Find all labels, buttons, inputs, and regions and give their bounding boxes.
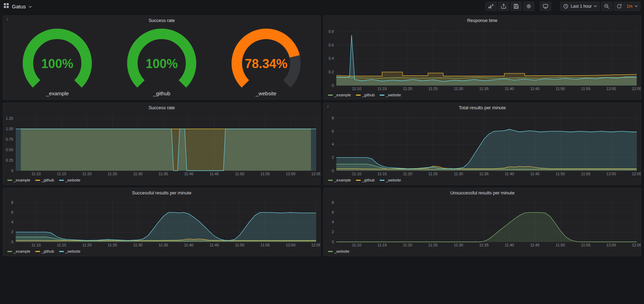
navbar: Gatus	[0, 0, 644, 13]
panel-title[interactable]: Successful results per minute	[132, 190, 191, 195]
svg-text:11:55: 11:55	[581, 172, 591, 176]
panel-info-icon[interactable]: i	[326, 104, 330, 109]
svg-text:11:45: 11:45	[210, 243, 219, 247]
add-panel-button[interactable]	[485, 2, 497, 11]
button-divider	[624, 3, 624, 9]
svg-text:2: 2	[11, 230, 13, 234]
svg-text:11:40: 11:40	[505, 87, 514, 91]
svg-text:6: 6	[332, 210, 334, 214]
svg-text:11:10: 11:10	[31, 172, 41, 176]
response-time-chart[interactable]: 11:1011:1511:2011:2511:3011:3511:4011:45…	[324, 25, 641, 92]
zoom-out-button[interactable]	[601, 2, 612, 11]
cycle-view-mode-button[interactable]	[540, 2, 551, 11]
legend-item-_website[interactable]: _website	[328, 249, 349, 253]
svg-text:100%: 100%	[146, 57, 178, 71]
refresh-interval-label[interactable]: 1m	[627, 4, 632, 9]
time-range-picker-button[interactable]: Last 1 hour	[560, 2, 600, 11]
svg-text:8: 8	[11, 200, 13, 205]
legend-item-_website[interactable]: _website	[59, 178, 80, 182]
legend-item-_github[interactable]: _github	[356, 93, 375, 97]
dashboard-title[interactable]: Gatus	[12, 3, 26, 9]
svg-text:0.25: 0.25	[6, 158, 13, 162]
svg-text:11:50: 11:50	[235, 243, 244, 247]
gauges-container: 100%_example100%_github78.34%_website	[3, 25, 320, 99]
panel-successful-results-per-minute: Successful results per minute 11:1011:15…	[3, 188, 321, 256]
svg-text:0.50: 0.50	[6, 148, 13, 152]
refresh-button[interactable]: 1m	[614, 2, 641, 11]
svg-text:11:10: 11:10	[352, 87, 361, 91]
legend-item-_website[interactable]: _website	[380, 93, 401, 97]
legend-label: _website	[386, 93, 401, 97]
panel-title[interactable]: Unsuccessful results per minute	[450, 190, 514, 195]
save-icon	[513, 3, 519, 9]
svg-text:11:20: 11:20	[82, 243, 92, 247]
legend-swatch-icon	[380, 180, 385, 181]
dashboard-grid: i Success rate 100%_example100%_github78…	[0, 13, 644, 259]
panel-title[interactable]: Response time	[467, 18, 498, 23]
panel-success-rate-timeseries: Success rate 11:1011:1511:2011:2511:3011…	[3, 103, 321, 185]
dashboard-settings-button[interactable]	[523, 2, 534, 11]
svg-text:11:55: 11:55	[261, 243, 270, 247]
legend-label: _website	[334, 249, 349, 253]
svg-text:11:45: 11:45	[530, 172, 540, 176]
svg-text:8: 8	[332, 116, 334, 120]
share-dashboard-button[interactable]	[498, 2, 509, 11]
legend-swatch-icon	[7, 180, 12, 181]
svg-text:6: 6	[332, 129, 334, 133]
svg-text:11:50: 11:50	[556, 172, 565, 176]
svg-text:100%: 100%	[41, 57, 73, 71]
grafana-grid-logo-icon[interactable]	[3, 3, 9, 10]
svg-text:11:55: 11:55	[261, 172, 270, 176]
svg-text:11:15: 11:15	[378, 243, 387, 247]
svg-text:12:00: 12:00	[606, 243, 616, 247]
add-panel-icon	[488, 3, 494, 9]
legend-swatch-icon	[59, 251, 64, 252]
legend-item-_example[interactable]: _example	[328, 178, 351, 182]
svg-text:11:10: 11:10	[352, 172, 361, 176]
svg-text:2: 2	[332, 230, 334, 234]
chart-legend: _website	[324, 248, 641, 256]
legend-item-_github[interactable]: _github	[35, 249, 54, 253]
svg-text:11:10: 11:10	[31, 243, 41, 247]
legend-label: _website	[386, 178, 401, 182]
unsuccessful-results-chart[interactable]: 11:1011:1511:2011:2511:3011:3511:4011:45…	[324, 197, 641, 248]
panel-info-icon[interactable]: i	[5, 17, 9, 21]
successful-results-chart[interactable]: 11:1011:1511:2011:2511:3011:3511:4011:45…	[3, 197, 320, 248]
legend-item-_example[interactable]: _example	[328, 93, 351, 97]
legend-label: _example	[14, 249, 30, 253]
success-rate-chart[interactable]: 11:1011:1511:2011:2511:3011:3511:4011:45…	[3, 112, 320, 177]
svg-text:0: 0	[332, 240, 334, 244]
svg-text:11:35: 11:35	[159, 172, 168, 176]
legend-item-_website[interactable]: _website	[380, 178, 401, 182]
legend-item-_github[interactable]: _github	[35, 178, 54, 182]
panel-title[interactable]: Success rate	[148, 18, 175, 23]
svg-text:11:40: 11:40	[184, 172, 193, 176]
legend-item-_website[interactable]: _website	[59, 249, 80, 253]
panel-title[interactable]: Success rate	[148, 105, 175, 110]
save-dashboard-button[interactable]	[511, 2, 522, 11]
legend-item-_example[interactable]: _example	[7, 249, 30, 253]
svg-text:11:25: 11:25	[429, 172, 438, 176]
total-results-chart[interactable]: 11:1011:1511:2011:2511:3011:3511:4011:45…	[324, 112, 641, 177]
svg-text:12:00: 12:00	[606, 172, 616, 176]
panel-total-results-per-minute: i Total results per minute 11:1011:1511:…	[323, 103, 641, 185]
panel-title[interactable]: Total results per minute	[459, 105, 506, 110]
monitor-icon	[543, 3, 548, 9]
svg-text:11:15: 11:15	[378, 172, 387, 176]
svg-text:11:25: 11:25	[429, 87, 438, 91]
legend-label: _github	[42, 249, 54, 253]
dashboard-dropdown-caret-icon[interactable]	[29, 3, 32, 9]
legend-swatch-icon	[356, 180, 361, 181]
legend-item-_example[interactable]: _example	[7, 178, 30, 182]
legend-label: _website	[65, 178, 80, 182]
svg-text:11:45: 11:45	[210, 172, 219, 176]
chart-legend: _example_github_website	[3, 248, 320, 256]
legend-label: _github	[362, 178, 375, 182]
legend-item-_github[interactable]: _github	[356, 178, 375, 182]
legend-label: _example	[334, 178, 351, 182]
svg-text:12:00: 12:00	[286, 243, 295, 247]
gauge-label: _website	[256, 90, 276, 96]
svg-text:11:35: 11:35	[159, 243, 168, 247]
svg-text:11:35: 11:35	[479, 243, 489, 247]
svg-text:11:15: 11:15	[57, 243, 66, 247]
